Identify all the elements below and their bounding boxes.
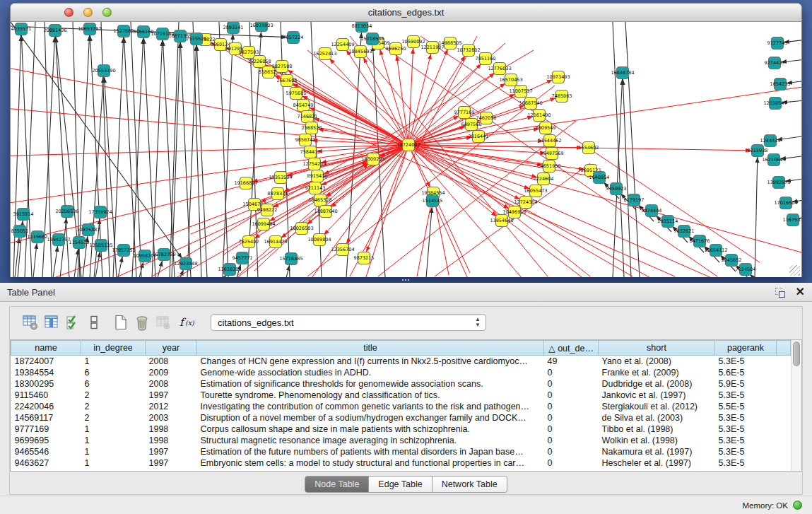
graph-node[interactable]: 10653287 — [78, 23, 101, 35]
graph-node[interactable]: 12030547 — [763, 98, 787, 110]
float-panel-icon[interactable] — [775, 287, 786, 298]
table-settings-button[interactable] — [20, 313, 41, 332]
close-panel-icon[interactable]: ✕ — [796, 286, 805, 298]
new-table-button[interactable] — [110, 313, 131, 332]
table-row[interactable]: 946554611997Estimation of the future num… — [11, 446, 791, 457]
graph-node[interactable]: 8215938 — [748, 145, 768, 157]
graph-node[interactable]: 1167531 — [783, 214, 801, 226]
graph-edge — [180, 42, 191, 277]
table-row[interactable]: 977716911998Corpus callosum shape and si… — [11, 424, 791, 435]
minimize-window-button[interactable] — [83, 8, 93, 17]
graph-node[interactable]: 20891436 — [43, 25, 66, 37]
column-header-short[interactable]: short — [599, 341, 715, 356]
graph-node[interactable]: 9856742 — [295, 134, 316, 146]
graph-node[interactable]: 17359924 — [88, 206, 112, 218]
graph-node[interactable]: 16570453 — [499, 74, 522, 86]
column-header-in_degree[interactable]: in_degree — [81, 341, 146, 356]
graph-node[interactable]: 7485063 — [552, 90, 572, 103]
show-columns-button[interactable] — [41, 313, 62, 332]
graph-node[interactable]: 12356704 — [331, 244, 354, 256]
delete-rows-button[interactable] — [131, 313, 153, 332]
column-header-pagerank[interactable]: pagerank — [715, 341, 777, 356]
graph-node[interactable]: 16055473 — [524, 185, 547, 197]
graph-edge — [172, 42, 180, 277]
graph-node[interactable]: 7124504 — [736, 264, 756, 276]
graph-node[interactable]: 1244413 — [760, 135, 781, 147]
column-header-title[interactable]: title — [197, 341, 544, 356]
graph-node[interactable]: 9127743 — [767, 37, 788, 49]
graph-node[interactable]: 12161490 — [527, 110, 551, 122]
graph-node[interactable]: 5358923 — [606, 183, 627, 195]
graph-node[interactable]: 9245652 — [722, 255, 742, 267]
graph-node[interactable]: 16033803 — [249, 22, 273, 32]
select-columns-button[interactable] — [62, 313, 83, 332]
tab-edge-table[interactable]: Edge Table — [369, 476, 432, 493]
column-header-year[interactable]: year — [146, 341, 197, 356]
svg-text:9245652: 9245652 — [722, 257, 742, 263]
graph-node[interactable]: 16687540 — [519, 98, 542, 110]
graph-node[interactable]: 15497569 — [540, 148, 563, 160]
table-row[interactable]: 969969511998Structural magnetic resonanc… — [11, 435, 791, 446]
graph-node[interactable]: 835051 — [11, 226, 29, 238]
graph-node[interactable]: 1654233 — [770, 78, 791, 90]
graph-node[interactable]: 8471676 — [690, 235, 710, 247]
graph-node[interactable]: 1514545 — [423, 195, 443, 207]
table-row[interactable]: 2242004622012Investigating the contribut… — [11, 401, 791, 412]
tab-node-table[interactable]: Node Table — [305, 476, 369, 493]
graph-node[interactable]: 2893141 — [223, 22, 244, 34]
graph-node[interactable]: 13505135 — [89, 240, 112, 252]
table-scrollbar[interactable] — [791, 340, 801, 471]
graph-node[interactable]: 2935114 — [658, 216, 678, 228]
graph-node[interactable]: 3915914 — [13, 209, 34, 221]
graph-node[interactable]: 10465328 — [308, 194, 331, 206]
table-selector-dropdown[interactable]: citations_edges.txt ▲▼ — [211, 314, 486, 331]
graph-node[interactable]: 20206536 — [55, 206, 78, 218]
table-row[interactable]: 1830029562008Estimation of significance … — [11, 378, 791, 390]
window-resize-grip[interactable] — [789, 265, 800, 276]
row-options-button[interactable] — [83, 313, 105, 332]
graph-node[interactable]: 10973493 — [546, 71, 570, 83]
table-row[interactable]: 946362711997Embryonic stem cells: a mode… — [11, 457, 791, 469]
graph-node[interactable]: 10654112 — [704, 245, 727, 257]
svg-text:835051: 835051 — [11, 228, 29, 234]
graph-node[interactable]: 20553190 — [92, 65, 115, 77]
column-header-name[interactable]: name — [11, 341, 81, 356]
tab-network-table[interactable]: Network Table — [433, 476, 507, 493]
graph-node[interactable]: 8915430 — [307, 170, 328, 182]
memory-status-indicator[interactable] — [793, 501, 802, 510]
graph-node[interactable]: 2316441 — [469, 131, 489, 143]
graph-node[interactable]: 9474444 — [642, 205, 662, 217]
graph-node[interactable]: 13992971 — [767, 177, 790, 189]
graph-node[interactable]: 9457771 — [233, 252, 253, 264]
graph-node[interactable]: 16026583 — [290, 223, 313, 235]
graph-node[interactable]: 4035571 — [11, 23, 32, 35]
graph-node[interactable]: 8454749 — [293, 100, 314, 112]
graph-node[interactable]: 2568520 — [302, 122, 322, 134]
table-row[interactable]: 911546021997Tourette syndrome. Phenomeno… — [11, 390, 791, 401]
graph-node[interactable]: 7224604 — [534, 173, 554, 185]
graph-node[interactable]: 8813054 — [352, 22, 372, 33]
graph-node[interactable]: 12776033 — [488, 63, 511, 75]
graph-node[interactable]: 16914479 — [264, 236, 287, 248]
table-row[interactable]: 1938455462009Genome-wide association stu… — [11, 367, 791, 378]
network-window-titlebar[interactable]: citations_edges.txt — [11, 4, 801, 22]
delete-table-button[interactable] — [153, 313, 174, 332]
graph-node[interactable]: 11544462 — [538, 135, 561, 147]
table-scrollbar-thumb[interactable] — [793, 341, 800, 366]
function-builder-button[interactable]: f (x) — [178, 313, 199, 332]
network-canvas[interactable]: 1872400718300295193845541625241312254409… — [11, 22, 801, 277]
graph-node[interactable]: 15716485 — [279, 253, 302, 265]
graph-node[interactable]: 16210643 — [762, 154, 785, 166]
table-row[interactable]: 1872400712008Changes of HCN gene express… — [11, 356, 791, 368]
zoom-window-button[interactable] — [102, 8, 112, 17]
network-view[interactable]: 1872400718300295193845541625241312254409… — [11, 22, 801, 277]
column-header-out_degree[interactable]: △ out_de… — [544, 341, 599, 356]
graph-node[interactable]: 7857224 — [283, 32, 304, 44]
panel-splitter-handle[interactable] — [401, 279, 410, 282]
graph-node[interactable]: 17016504 — [774, 197, 797, 209]
graph-node[interactable]: 7632621 — [674, 226, 695, 238]
close-window-button[interactable] — [64, 8, 73, 17]
graph-node[interactable]: 9274437 — [765, 57, 785, 69]
graph-node[interactable]: 10089804 — [307, 234, 331, 246]
table-row[interactable]: 1456911722003Disruption of a novel membe… — [11, 412, 791, 424]
